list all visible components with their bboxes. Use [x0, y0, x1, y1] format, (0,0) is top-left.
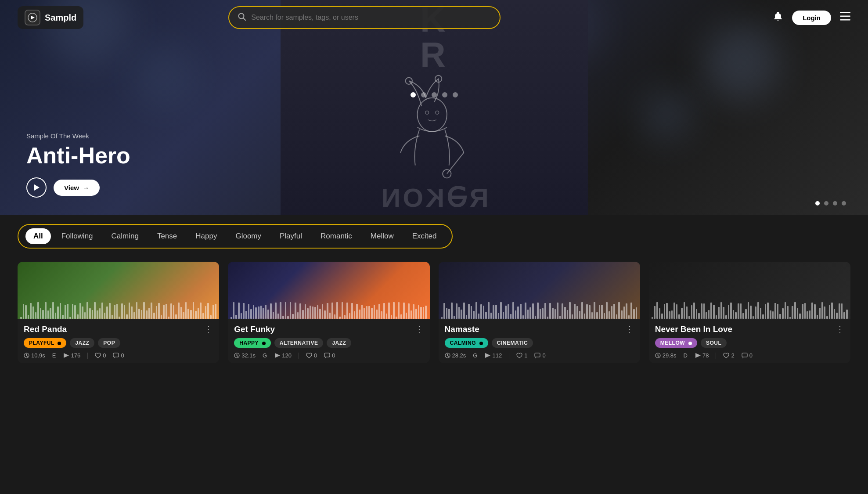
sample-card-never-been-in-love[interactable]: Never Been In Love ⋮ MELLOW SOUL 29.8s D [649, 262, 850, 363]
plays: 120 [274, 352, 292, 359]
tab-excited[interactable]: Excited [404, 228, 445, 244]
tag-soul: SOUL [701, 338, 727, 348]
key: G [263, 352, 267, 359]
likes: 1 [516, 352, 527, 359]
slide-dot-5[interactable] [453, 92, 458, 97]
mood-tag: CALMING [445, 338, 488, 348]
svg-point-12 [435, 111, 439, 115]
tab-playful[interactable]: Playful [272, 228, 310, 244]
card-image-get-funky [228, 262, 429, 319]
slide-dot-2[interactable] [421, 92, 426, 97]
card-meta: 29.8s D 78 2 0 [655, 352, 844, 359]
svg-marker-23 [275, 353, 280, 358]
tag-jazz: JAZZ [70, 338, 94, 348]
slide-dot-4[interactable] [442, 92, 447, 97]
cards-grid: Red Panda ⋮ PLAYFUL JAZZPOP 10.9s E 176 [0, 257, 868, 381]
card-meta: 32.1s G 120 0 0 [234, 352, 423, 359]
svg-marker-35 [695, 353, 701, 358]
menu-button[interactable] [840, 12, 850, 23]
tab-tense[interactable]: Tense [149, 228, 185, 244]
notification-bell[interactable] [773, 11, 783, 24]
more-options-button[interactable]: ⋮ [836, 324, 844, 335]
plays: 112 [484, 352, 502, 359]
sample-card-get-funky[interactable]: Get Funky ⋮ HAPPY ALTERNATIVEJAZZ 32.1s … [228, 262, 429, 363]
key: G [473, 352, 477, 359]
duration: 10.9s [24, 352, 45, 359]
sample-card-namaste[interactable]: Namaste ⋮ CALMING CINEMATIC 28.2s G 112 [439, 262, 640, 363]
slide-dot-1[interactable] [411, 92, 416, 97]
card-tags: HAPPY ALTERNATIVEJAZZ [234, 338, 423, 348]
svg-rect-30 [535, 353, 540, 357]
svg-line-16 [27, 356, 28, 357]
svg-marker-13 [34, 184, 40, 191]
card-title: Get Funky [234, 325, 275, 334]
duration: 28.2s [445, 352, 466, 359]
tag-cinematic: CINEMATIC [492, 338, 533, 348]
hero-actions: View → [26, 177, 130, 198]
sample-of-week-label: Sample Of The Week [26, 132, 130, 140]
card-body-namaste: Namaste ⋮ CALMING CINEMATIC 28.2s G 112 [439, 319, 640, 363]
slide-dots-center [411, 92, 458, 97]
svg-line-34 [658, 356, 659, 357]
more-options-button[interactable]: ⋮ [204, 324, 213, 335]
tab-all[interactable]: All [25, 228, 51, 244]
mood-tag: PLAYFUL [24, 338, 66, 348]
card-tags: CALMING CINEMATIC [445, 338, 634, 348]
slide-dot-br-3[interactable] [833, 201, 837, 206]
card-title-row: Never Been In Love ⋮ [655, 324, 844, 335]
arrow-icon: → [83, 184, 89, 191]
slide-dot-3[interactable] [432, 92, 437, 97]
search-input[interactable] [251, 14, 491, 22]
hero-title: Anti-Hero [26, 142, 130, 169]
card-title: Red Panda [24, 325, 67, 334]
more-options-button[interactable]: ⋮ [625, 324, 634, 335]
svg-point-8 [417, 98, 447, 132]
likes: 2 [723, 352, 734, 359]
card-title-row: Get Funky ⋮ [234, 324, 423, 335]
mood-tag: MELLOW [655, 338, 697, 348]
svg-rect-36 [742, 353, 747, 357]
waveform-get-funky [228, 301, 429, 319]
slide-dot-br-2[interactable] [824, 201, 828, 206]
tab-calming[interactable]: Calming [104, 228, 147, 244]
card-image-namaste [439, 262, 640, 319]
logo-icon [25, 10, 40, 25]
tab-romantic[interactable]: Romantic [313, 228, 360, 244]
card-meta: 10.9s E 176 0 0 [24, 352, 213, 359]
search-bar[interactable] [228, 6, 501, 29]
tag-jazz: JAZZ [327, 338, 351, 348]
sample-card-red-panda[interactable]: Red Panda ⋮ PLAYFUL JAZZPOP 10.9s E 176 [18, 262, 219, 363]
tab-happy[interactable]: Happy [187, 228, 225, 244]
card-title-row: Red Panda ⋮ [24, 324, 213, 335]
comments: 0 [534, 352, 545, 359]
tag-pop: POP [98, 338, 120, 348]
tab-following[interactable]: Following [54, 228, 101, 244]
waveform-red-panda [18, 301, 219, 319]
slide-dot-br-1[interactable] [815, 201, 820, 206]
svg-point-11 [425, 111, 429, 115]
mood-tag: HAPPY [234, 338, 270, 348]
tag-alternative: ALTERNATIVE [274, 338, 324, 348]
svg-rect-4 [840, 16, 850, 17]
card-meta: 28.2s G 112 1 0 [445, 352, 634, 359]
svg-line-22 [237, 356, 238, 357]
svg-line-2 [243, 18, 245, 20]
tab-mellow[interactable]: Mellow [363, 228, 402, 244]
login-button[interactable]: Login [792, 11, 831, 25]
svg-line-28 [447, 356, 449, 357]
card-tags: MELLOW SOUL [655, 338, 844, 348]
card-image-red-panda [18, 262, 219, 319]
hero-view-button[interactable]: View → [54, 180, 100, 196]
card-title-row: Namaste ⋮ [445, 324, 634, 335]
more-options-button[interactable]: ⋮ [415, 324, 424, 335]
slide-dot-br-4[interactable] [842, 201, 846, 206]
key: E [52, 352, 56, 359]
waveform-never-been-in-love [649, 301, 850, 319]
hero-overlay: Sample Of The Week Anti-Hero View → [0, 132, 157, 215]
card-image-never-been-in-love [649, 262, 850, 319]
svg-marker-29 [485, 353, 490, 358]
key: D [684, 352, 688, 359]
tab-gloomy[interactable]: Gloomy [227, 228, 269, 244]
filter-section: All Following Calming Tense Happy Gloomy… [0, 215, 868, 257]
hero-play-button[interactable] [26, 177, 47, 198]
